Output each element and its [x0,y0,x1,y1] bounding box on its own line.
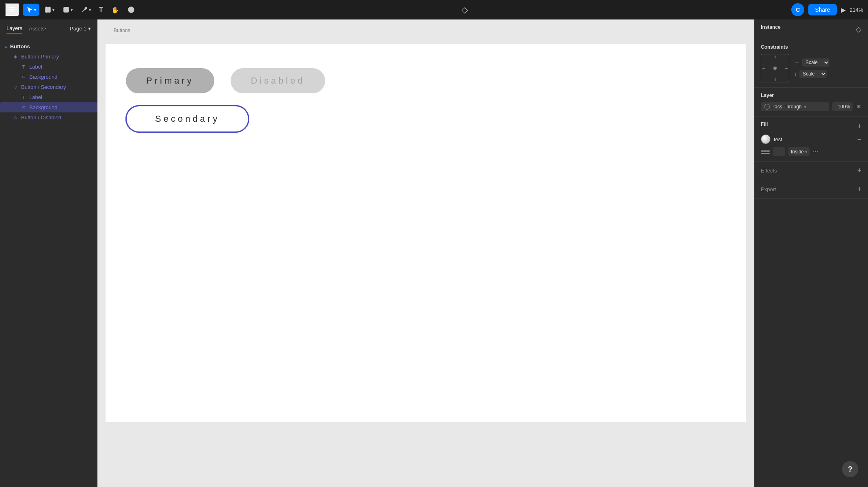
hand-tool[interactable]: ✋ [108,4,123,16]
effects-section: Effects + [754,162,868,180]
constraint-h-select[interactable]: ScaleLeftRightCenterStretch [802,58,829,67]
stroke-more-button[interactable]: ··· [813,148,818,155]
stroke-value-input[interactable]: 1 [773,147,785,156]
visibility-toggle[interactable]: 👁 [856,103,862,110]
opacity-input[interactable]: 100% [832,102,853,111]
component-icon: ◇ [12,84,19,90]
canvas-frame-label: Buttons [114,28,130,33]
layer-name: Label [29,94,42,100]
export-header-row: Export + [761,185,862,194]
constraint-tick-left [762,68,765,69]
stroke-item: 1 Inside ▾ ··· [761,147,862,156]
layer-item-label-primary[interactable]: T Label [0,62,97,72]
instance-title: Instance [761,24,781,30]
toolbar: ☰ ▾ ▾ ▾ ▾ T ✋ ◇ C Share ▶ 214% [0,0,868,19]
history-button[interactable]: ◇ [458,3,471,16]
stroke-position-button[interactable]: Inside ▾ [788,147,810,156]
select-tool[interactable]: ▾ [23,4,39,16]
layer-section: Layer Pass Through ▾ 100% 👁 [754,88,868,116]
add-effect-button[interactable]: + [857,166,862,175]
tab-layers[interactable]: Layers [6,24,22,34]
text-icon: T [20,95,27,100]
blend-circle [764,104,770,110]
layer-item-background-secondary[interactable]: ⊂ Background [0,102,97,112]
stroke-position-label: Inside [791,149,804,155]
fill-item: test − [761,134,862,144]
blend-mode-button[interactable]: Pass Through ▾ [761,102,829,111]
frame-tool[interactable]: ▾ [41,4,58,16]
layer-name: Button / Disabled [21,114,61,121]
tab-assets[interactable]: Assets• [29,24,47,33]
share-button[interactable]: Share [808,4,836,15]
layer-group-buttons[interactable]: # Buttons [0,41,97,52]
zoom-label: 214% [850,7,863,13]
buttons-row-1: Primary Disabled [126,68,726,93]
constraint-box [761,54,789,82]
add-export-button[interactable]: + [857,185,862,194]
layer-item-button-primary[interactable]: ◈ Button / Primary [0,52,97,62]
stroke-position-chevron: ▾ [805,150,807,154]
button-disabled-demo: Disabled [231,68,326,93]
fill-remove-button[interactable]: − [857,136,862,143]
layer-name: Button / Primary [21,54,59,60]
layer-item-label-secondary[interactable]: T Label [0,92,97,102]
stroke-line [761,153,770,154]
button-secondary-demo[interactable]: Secondary [126,106,249,132]
layer-title: Layer [761,93,862,98]
layer-name: Label [29,64,42,70]
layer-name: Background [29,104,57,110]
add-fill-button[interactable]: + [857,122,862,131]
text-icon: T [20,65,27,69]
group-title: Buttons [10,43,30,50]
group-icon: # [5,44,8,50]
instance-section: Instance ◇ [754,19,868,39]
stroke-line [761,151,770,152]
shape-icon: ⊂ [20,74,27,80]
constraints-section: Constraints ↔ ScaleLeftRightCenterStretc… [754,39,868,88]
layer-name: Button / Secondary [21,84,66,90]
layer-name: Background [29,74,57,80]
main-layout: Layers Assets• Page 1 ▾ # Buttons ◈ Butt… [0,19,868,487]
constraint-v-select[interactable]: ScaleTopBottomCenterStretch [799,70,827,78]
pen-tool[interactable]: ▾ [78,4,94,16]
constraint-tick-bottom [775,78,775,81]
text-tool[interactable]: T [96,4,106,16]
layer-prop-row: Pass Through ▾ 100% 👁 [761,102,862,111]
constraint-h-icon: ↔ [794,59,800,66]
effects-title: Effects [761,168,777,174]
toolbar-center: ◇ [141,3,788,16]
comment-tool[interactable] [124,4,138,16]
svg-point-6 [86,8,87,9]
menu-button[interactable]: ☰ [5,3,19,17]
toolbar-right: C Share ▶ 214% [791,3,863,16]
svg-rect-5 [64,7,69,12]
avatar-button[interactable]: C [791,3,804,16]
canvas-area[interactable]: Buttons Primary Disabled Secondary [97,19,754,487]
help-button[interactable]: ? [842,461,858,477]
instance-icon[interactable]: ◇ [856,25,862,34]
buttons-canvas: Primary Disabled Secondary [106,44,746,157]
effects-header-row: Effects + [761,166,862,175]
constraint-v-row: ↕ ScaleTopBottomCenterStretch [794,70,829,78]
svg-point-7 [128,7,134,13]
constraint-center [773,67,777,70]
export-section: Export + [754,180,868,199]
button-primary-demo[interactable]: Primary [126,68,214,93]
constraint-v-icon: ↕ [794,71,797,77]
constraint-tick-top [775,56,775,58]
svg-rect-0 [45,7,50,12]
left-panel: Layers Assets• Page 1 ▾ # Buttons ◈ Butt… [0,19,97,487]
constraints-title: Constraints [761,44,862,50]
stroke-icon [761,150,770,154]
layer-item-button-secondary[interactable]: ◇ Button / Secondary [0,82,97,92]
fill-swatch[interactable] [761,134,771,144]
left-panel-header: Layers Assets• Page 1 ▾ [0,19,97,38]
constraint-selects: ↔ ScaleLeftRightCenterStretch ↕ ScaleTop… [794,58,829,78]
play-button[interactable]: ▶ [841,6,846,14]
layer-item-button-disabled[interactable]: ◇ Button / Disabled [0,112,97,123]
shape-tool[interactable]: ▾ [59,4,76,16]
layer-item-background-primary[interactable]: ⊂ Background [0,72,97,82]
tool-group: ▾ ▾ ▾ ▾ T ✋ [23,4,138,16]
instance-header: Instance ◇ [761,24,862,34]
page-selector[interactable]: Page 1 ▾ [70,26,91,32]
